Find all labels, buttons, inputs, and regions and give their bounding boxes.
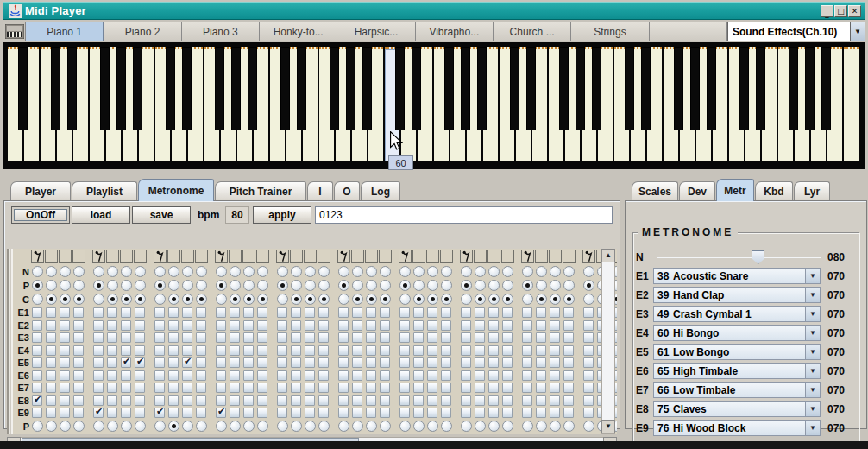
grid-checkbox[interactable] [427,307,437,318]
piano-black-key[interactable] [821,47,831,130]
grid-radio[interactable] [550,421,561,432]
piano-black-key[interactable] [412,47,421,130]
grid-checkbox[interactable] [475,357,485,368]
grid-radio[interactable] [352,421,363,432]
grid-checkbox[interactable] [121,370,131,381]
grid-checkbox[interactable] [427,345,437,356]
grid-checkbox[interactable] [413,320,424,331]
grid-checkbox[interactable] [257,332,267,343]
grid-header-cell[interactable] [379,250,392,263]
grid-checkbox[interactable] [318,395,329,406]
grid-checkbox[interactable] [352,395,362,406]
grid-checkbox[interactable] [257,370,267,381]
grid-radio[interactable] [441,266,452,277]
grid-checkbox[interactable] [399,383,410,393]
grid-checkbox[interactable] [427,383,437,393]
grid-checkbox[interactable] [196,408,206,418]
grid-radio-selected[interactable] [93,280,104,291]
grid-radio[interactable] [32,266,43,277]
grid-radio[interactable] [46,421,57,432]
grid-header-cell[interactable] [229,250,242,263]
instrument-combo-e7[interactable]: 66Low Timbale▼ [653,382,821,398]
piano-black-key[interactable] [592,47,601,130]
grid-checkbox[interactable] [427,408,437,418]
grid-checkbox[interactable] [318,332,329,343]
grid-radio[interactable] [216,421,227,432]
grid-checkbox[interactable] [563,395,574,406]
grid-radio-selected[interactable] [305,294,316,305]
grid-radio[interactable] [338,294,349,305]
grid-header-cell[interactable] [474,250,487,263]
grid-checkbox[interactable] [427,320,437,331]
grid-radio-selected[interactable] [168,421,179,432]
grid-radio[interactable] [182,266,193,277]
grid-checkbox[interactable] [73,332,84,343]
grid-checkbox[interactable] [461,332,471,343]
grid-checkbox[interactable] [154,332,165,343]
piano-black-key[interactable] [18,47,28,130]
grid-checkbox[interactable] [60,345,70,356]
grid-checkbox[interactable] [413,345,424,356]
tab-metr[interactable]: Metr [716,179,754,201]
grid-checkbox[interactable] [522,408,532,418]
grid-checkbox[interactable] [318,408,329,418]
grid-radio-selected[interactable] [366,294,377,305]
grid-header-cell[interactable] [195,250,208,263]
grid-checkbox[interactable] [427,395,437,406]
piano-icon[interactable] [3,22,26,41]
grid-radio[interactable] [135,280,146,291]
grid-checkbox[interactable] [154,345,165,356]
grid-checkbox[interactable] [522,345,532,356]
grid-checkbox[interactable] [522,332,532,343]
chevron-down-icon[interactable]: ▼ [805,421,820,435]
grid-checkbox[interactable] [291,370,301,381]
grid-checkbox[interactable] [230,370,240,381]
grid-checkbox[interactable] [583,307,594,318]
grid-checkbox[interactable] [502,307,513,318]
grid-header-cell[interactable] [426,250,439,263]
grid-checkbox[interactable] [230,307,240,318]
grid-checkbox[interactable] [563,320,574,331]
grid-checkbox[interactable] [583,345,594,356]
grid-radio[interactable] [196,280,207,291]
grid-checkbox[interactable] [338,320,349,331]
grid-header-cell[interactable] [337,250,350,263]
grid-checkbox[interactable] [277,357,287,368]
grid-checkbox[interactable] [135,370,145,381]
instrument-combo-e3[interactable]: 49Crash Cymbal 1▼ [653,306,821,322]
grid-checkbox[interactable] [277,370,287,381]
grid-checkbox[interactable] [291,408,301,418]
grid-radio[interactable] [502,421,513,432]
grid-checkbox[interactable] [135,320,145,331]
grid-checkbox[interactable] [216,332,226,343]
grid-radio[interactable] [257,266,268,277]
grid-checkbox[interactable] [318,357,329,368]
grid-checkbox[interactable] [73,345,84,356]
grid-checkbox[interactable] [441,332,451,343]
grid-checkbox[interactable] [380,332,390,343]
grid-checkbox[interactable] [291,307,301,318]
instrument-combo-e1[interactable]: 38Acoustic Snare▼ [653,268,821,284]
chevron-down-icon[interactable]: ▼ [805,402,820,416]
grid-checkbox[interactable] [550,408,560,418]
grid-checkbox[interactable] [550,345,560,356]
grid-radio[interactable] [488,280,500,291]
grid-checkbox[interactable] [583,395,594,406]
grid-checkbox[interactable] [536,395,546,406]
grid-checkbox[interactable] [168,345,179,356]
grid-checkbox[interactable] [243,383,254,393]
grid-checkbox[interactable] [107,345,117,356]
grid-checkbox[interactable] [441,357,451,368]
grid-checkbox[interactable] [305,307,315,318]
grid-checkbox[interactable] [502,332,513,343]
grid-header-cell[interactable] [59,250,72,263]
grid-checkbox[interactable] [338,370,349,381]
grid-radio-selected[interactable] [243,294,255,305]
piano-black-key[interactable] [182,47,192,130]
instrument-tab-piano-2[interactable]: Piano 2 [104,22,181,41]
grid-checkbox[interactable] [536,408,546,418]
instrument-combo-e2[interactable]: 39Hand Clap▼ [653,287,821,303]
grid-checkbox[interactable] [216,345,226,356]
grid-checkbox-checked[interactable]: ✔ [182,357,192,368]
grid-header-cell[interactable] [276,250,289,263]
